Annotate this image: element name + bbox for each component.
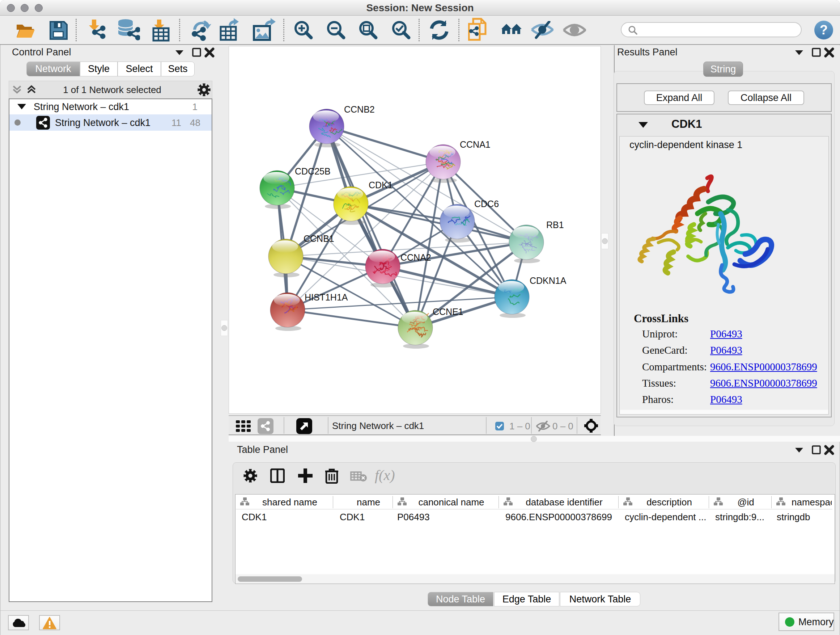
svg-text:CDKN1A: CDKN1A [530,276,567,286]
svg-text:CCNE1: CCNE1 [433,307,463,317]
svg-text:HIST1H1A: HIST1H1A [305,292,348,302]
svg-text:CDK1: CDK1 [369,180,393,190]
svg-text:CDC25B: CDC25B [295,166,331,176]
svg-text:CCNA1: CCNA1 [460,139,491,149]
svg-text:RB1: RB1 [546,220,564,230]
svg-text:CCNB2: CCNB2 [344,104,375,114]
svg-text:CCNB1: CCNB1 [303,233,334,244]
svg-text:CCNA2: CCNA2 [401,252,431,263]
svg-text:CDC6: CDC6 [474,199,499,209]
